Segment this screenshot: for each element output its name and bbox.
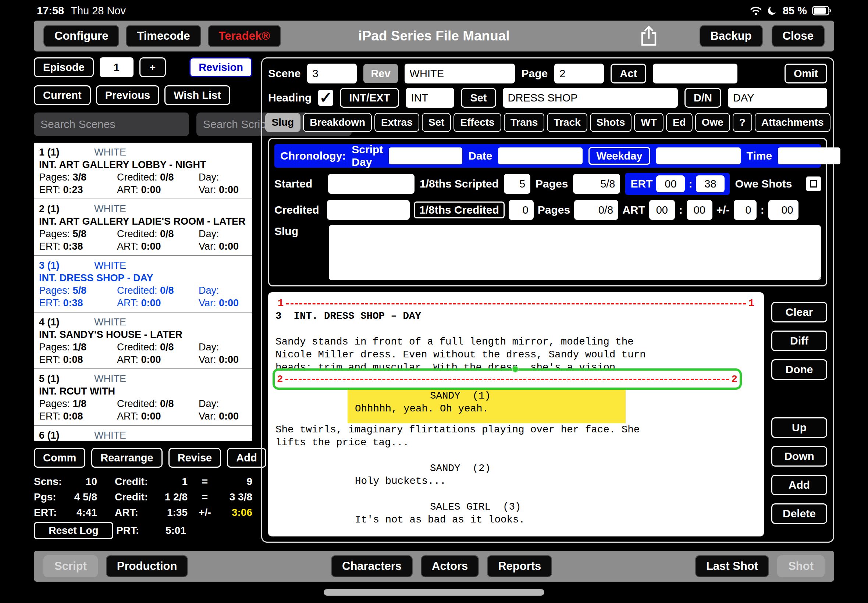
eighths-credited-input[interactable] — [509, 200, 534, 220]
add-scene-button[interactable]: Add — [227, 448, 266, 468]
page-number-input[interactable] — [554, 63, 604, 83]
act-input[interactable] — [653, 63, 737, 83]
rev-button[interactable]: Rev — [364, 64, 398, 83]
act-button[interactable]: Act — [611, 63, 646, 83]
highlighted-dialogue-block[interactable]: SANDY (1) Ohhhhh, yeah. Oh yeah. — [348, 385, 626, 423]
ert-hours-input[interactable] — [656, 175, 685, 192]
tab-effects[interactable]: Effects — [453, 113, 501, 132]
credited-pages-input[interactable] — [574, 200, 618, 220]
teradek-button[interactable]: Teradek® — [208, 25, 281, 47]
scene-list-item-5[interactable]: 5 (1)WHITE INT. RCUT WITH Pages: 1/8 Cre… — [34, 369, 252, 426]
int-ext-input[interactable] — [406, 88, 454, 108]
int-ext-button[interactable]: INT/EXT — [340, 88, 399, 108]
weekday-button[interactable]: Weekday — [588, 147, 650, 165]
backup-button[interactable]: Backup — [699, 25, 763, 47]
scene-number-input[interactable] — [307, 63, 357, 83]
set-button[interactable]: Set — [461, 88, 496, 108]
tab-ed[interactable]: Ed — [666, 113, 693, 132]
tab-trans[interactable]: Trans — [504, 113, 545, 132]
day-night-button[interactable]: D/N — [684, 88, 721, 108]
started-label: Started — [274, 178, 323, 190]
owe-shots-checkbox[interactable] — [806, 176, 821, 191]
close-button[interactable]: Close — [772, 25, 825, 47]
date-input[interactable] — [498, 147, 583, 164]
page-break-drag-knob[interactable] — [512, 366, 518, 373]
prt-label: PRT: — [116, 525, 139, 537]
revision-color-input[interactable] — [405, 63, 515, 83]
omit-button[interactable]: Omit — [784, 63, 827, 83]
tab-current[interactable]: Current — [34, 85, 91, 105]
ert-value: 0:38 — [63, 241, 83, 252]
eighths-credited-button[interactable]: 1/8ths Credited — [414, 201, 504, 218]
art-minutes-input[interactable] — [687, 200, 712, 220]
down-button[interactable]: Down — [771, 446, 827, 467]
reset-log-button[interactable]: Reset Log — [34, 522, 113, 539]
home-indicator[interactable] — [324, 589, 544, 596]
production-mode-button[interactable]: Production — [106, 555, 188, 577]
script-day-input[interactable] — [389, 147, 462, 164]
ert-minutes-input[interactable] — [696, 175, 724, 192]
scene-list-item-6[interactable]: 6 (1)WHITE INT. ART GALLERY DISPLAY SPAC… — [34, 426, 252, 441]
tab-question[interactable]: ? — [733, 113, 752, 132]
characters-button[interactable]: Characters — [331, 555, 413, 577]
episode-button[interactable]: Episode — [34, 57, 94, 77]
reports-button[interactable]: Reports — [487, 555, 552, 577]
episode-number-input[interactable] — [100, 57, 133, 77]
share-export-button[interactable] — [640, 25, 658, 47]
scripted-pages-input[interactable] — [573, 174, 620, 194]
configure-button[interactable]: Configure — [43, 25, 119, 47]
clear-button[interactable]: Clear — [771, 302, 827, 322]
credited-input[interactable] — [327, 200, 410, 220]
tab-previous[interactable]: Previous — [96, 85, 159, 105]
scene-list-item-4[interactable]: 4 (1)WHITE INT. SANDY'S HOUSE - LATER Pa… — [34, 312, 252, 369]
tab-wish-list[interactable]: Wish List — [164, 85, 230, 105]
last-shot-button[interactable]: Last Shot — [695, 555, 769, 577]
actors-button[interactable]: Actors — [421, 555, 479, 577]
time-input[interactable] — [778, 147, 840, 164]
slug-textarea[interactable] — [329, 225, 821, 280]
timecode-button[interactable]: Timecode — [126, 25, 201, 47]
heading-checkbox-checked[interactable]: ✓ — [318, 90, 333, 106]
script-page-view[interactable]: 1 1 3 INT. DRESS SHOP – DAY Sandy stands… — [268, 292, 764, 537]
add-episode-button[interactable]: + — [139, 57, 166, 77]
tab-track[interactable]: Track — [547, 113, 587, 132]
chronology-bar: Chronology: Script Day Date Weekday Time — [274, 144, 821, 168]
tab-attachments[interactable]: Attachments — [755, 113, 831, 132]
delete-button[interactable]: Delete — [771, 503, 827, 524]
revise-button[interactable]: Revise — [169, 448, 221, 468]
eighths-scripted-input[interactable] — [504, 174, 531, 194]
variance-hours-input[interactable] — [734, 200, 757, 220]
revision-button[interactable]: Revision — [189, 57, 252, 77]
content-area: Episode + Revision Current Previous Wish… — [0, 51, 868, 546]
tab-owe[interactable]: Owe — [695, 113, 730, 132]
rearrange-button[interactable]: Rearrange — [91, 448, 162, 468]
tab-extras[interactable]: Extras — [374, 113, 419, 132]
done-button[interactable]: Done — [771, 359, 827, 380]
tab-breakdown[interactable]: Breakdown — [303, 113, 372, 132]
page-label: Page — [521, 67, 548, 80]
set-input[interactable] — [503, 88, 678, 108]
scene-list-item-3-selected[interactable]: 3 (1)WHITE INT. DRESS SHOP - DAY Pages: … — [34, 256, 252, 312]
tab-shots[interactable]: Shots — [590, 113, 632, 132]
tab-set[interactable]: Set — [422, 113, 451, 132]
scene-list-item-2[interactable]: 2 (1)WHITE INT. ART GALLERY LADIE'S ROOM… — [34, 199, 252, 256]
up-button[interactable]: Up — [771, 417, 827, 438]
art-hours-input[interactable] — [649, 200, 675, 220]
ert-value: 0:38 — [63, 297, 83, 308]
comm-button[interactable]: Comm — [34, 448, 85, 468]
scene-list-item-1[interactable]: 1 (1)WHITE INT. ART GALLERY LOBBY - NIGH… — [34, 143, 252, 199]
tab-wt[interactable]: WT — [634, 113, 664, 132]
scene-slug: INT. RCUT WITH — [39, 385, 247, 397]
started-input[interactable] — [328, 174, 415, 194]
tab-slug[interactable]: Slug — [265, 113, 301, 132]
shot-button[interactable]: Shot — [777, 555, 825, 577]
page-2-break-handle[interactable]: 2 2 — [272, 368, 742, 390]
weekday-input[interactable] — [656, 147, 741, 164]
diff-button[interactable]: Diff — [771, 331, 827, 351]
day-night-input[interactable] — [728, 88, 827, 108]
status-bar: 17:58 Thu 28 Nov 85 % — [0, 0, 868, 19]
add-button[interactable]: Add — [771, 475, 827, 495]
variance-minutes-input[interactable] — [768, 200, 798, 220]
script-mode-button[interactable]: Script — [43, 555, 98, 577]
search-scenes-input[interactable] — [34, 113, 189, 136]
